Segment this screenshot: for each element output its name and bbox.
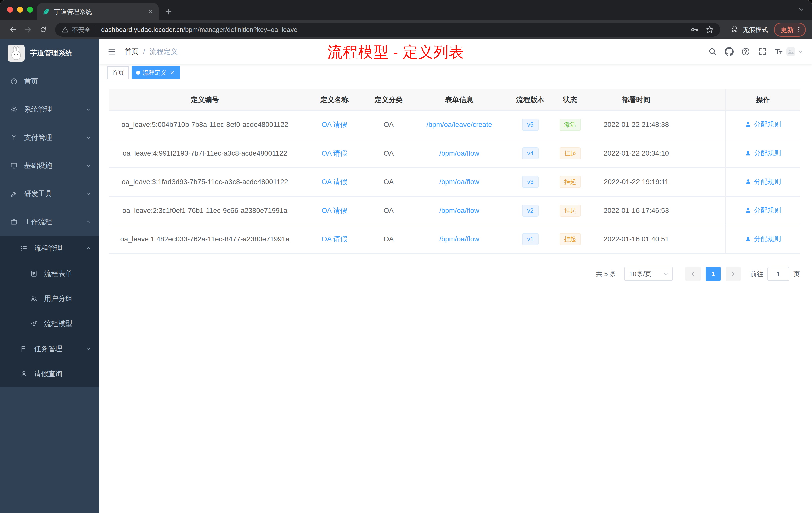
form-link[interactable]: /bpm/oa/flow [439,207,479,214]
window-minimize-button[interactable] [17,6,23,12]
key-icon[interactable] [690,25,699,34]
back-button[interactable] [6,23,20,37]
url-text: dashboard.yudao.iocoder.cn/bpm/manager/d… [101,26,297,34]
cell-definition-id: oa_leave:1:482ec033-762a-11ec-8477-a2380… [120,235,290,243]
form-link[interactable]: /bpm/oa/leave/create [426,121,492,128]
chevron-down-icon [85,191,91,197]
cell-definition-id: oa_leave:4:991f2193-7b7f-11ec-a3c8-acde4… [122,149,287,157]
sidebar-item[interactable]: 支付管理 [0,123,99,152]
next-page-button[interactable] [726,267,741,281]
browser-update-button[interactable]: 更新 [774,23,806,37]
user-avatar-dropdown[interactable] [786,47,804,56]
page-unit-label: 页 [793,270,800,278]
assign-rule-button[interactable]: 分配规则 [745,234,781,243]
reload-icon [39,26,47,33]
window-zoom-button[interactable] [27,6,33,12]
sidebar-item-label: 请假查询 [34,369,62,379]
definition-name-link[interactable]: OA 请假 [322,235,348,243]
tab-search-button[interactable] [798,5,805,15]
window-close-button[interactable] [7,6,13,12]
page-size-select[interactable]: 10条/页 [624,267,673,281]
pagination: 共 5 条 10条/页 1 前往 页 [110,267,800,281]
sidebar-item[interactable]: 基础设施 [0,152,99,180]
reload-button[interactable] [36,23,50,37]
current-page-button[interactable]: 1 [705,267,721,281]
form-link[interactable]: /bpm/oa/flow [439,149,479,157]
breadcrumb-separator: / [143,48,145,56]
chevron-left-icon [690,271,696,277]
page-jumper: 前往 页 [750,267,800,281]
pagination-total: 共 5 条 [596,270,616,278]
browser-tab[interactable]: 芋道管理系统 [37,3,159,20]
sidebar-item[interactable]: 任务管理 [0,336,99,361]
filler-cell [683,168,726,196]
search-icon[interactable] [708,47,717,56]
cell-deploy-time: 2022-01-16 01:40:51 [604,235,669,243]
filler-cell [683,225,726,253]
assign-rule-button[interactable]: 分配规则 [745,206,781,215]
chevron-down-icon [85,134,91,141]
cell-category: OA [384,207,394,214]
assign-rule-label: 分配规则 [754,206,781,215]
close-icon[interactable] [169,69,175,76]
version-badge: v1 [522,233,538,245]
tag[interactable]: 流程定义 [132,66,180,79]
app-sidebar: 芋道管理系统 首页系统管理支付管理基础设施研发工具工作流程流程管理流程表单用户分… [0,39,99,513]
content: 定义编号定义名称定义分类表单信息流程版本状态部署时间操作 oa_leave:5:… [99,81,812,513]
assign-rule-button[interactable]: 分配规则 [745,177,781,186]
sidebar-item[interactable]: 流程模型 [0,311,99,336]
gear-icon [10,105,18,113]
definition-name-link[interactable]: OA 请假 [322,149,348,157]
bookmark-star-icon[interactable] [705,25,714,34]
breadcrumb-item[interactable]: 首页 [124,47,139,57]
cell-deploy-time: 2022-01-16 17:46:53 [604,207,669,214]
sidebar-item[interactable]: 系统管理 [0,95,99,123]
hamburger-icon[interactable] [108,47,116,56]
definition-name-link[interactable]: OA 请假 [322,121,348,128]
question-icon[interactable] [741,47,750,56]
version-badge: v4 [522,147,538,159]
sidebar-menu: 首页系统管理支付管理基础设施研发工具工作流程流程管理流程表单用户分组流程模型任务… [0,67,99,387]
tag[interactable]: 首页 [108,66,128,79]
cell-definition-id: oa_leave:2:3c1f0ef1-76b1-11ec-9c66-a2380… [122,207,288,214]
sidebar-item[interactable]: 工作流程 [0,208,99,236]
list-icon [20,245,28,252]
form-link[interactable]: /bpm/oa/flow [439,178,479,186]
cell-category: OA [384,121,394,128]
kebab-menu-icon[interactable] [795,26,803,33]
form-link[interactable]: /bpm/oa/flow [439,235,479,243]
update-label: 更新 [781,25,794,34]
assign-rule-label: 分配规则 [754,234,781,243]
table-row: oa_leave:1:482ec033-762a-11ec-8477-a2380… [110,225,800,253]
security-label[interactable]: 不安全 [72,26,91,34]
assign-rule-button[interactable]: 分配规则 [745,120,781,129]
sidebar-item[interactable]: 流程管理 [0,236,99,261]
user-solid-icon [745,121,752,128]
sidebar-item[interactable]: 流程表单 [0,261,99,286]
assign-rule-button[interactable]: 分配规则 [745,149,781,158]
font-size-icon[interactable] [774,47,783,56]
version-badge: v3 [522,176,538,188]
tab-close-icon[interactable] [148,8,154,14]
tag-active-dot [136,70,140,74]
definition-name-link[interactable]: OA 请假 [322,207,348,214]
definition-name-link[interactable]: OA 请假 [322,178,348,186]
sidebar-item[interactable]: 首页 [0,67,99,95]
page-jump-input[interactable] [767,267,789,281]
fullscreen-icon[interactable] [758,47,767,56]
sidebar-item[interactable]: 用户分组 [0,286,99,311]
url-host: dashboard.yudao.iocoder.cn [101,26,183,33]
prev-page-button[interactable] [686,267,700,281]
tab-title: 芋道管理系统 [54,7,144,16]
forward-button[interactable] [21,23,35,37]
chevron-down-icon [85,346,91,352]
address-bar[interactable]: 不安全 dashboard.yudao.iocoder.cn/bpm/manag… [55,23,720,37]
flag-icon [20,345,28,353]
sidebar-item[interactable]: 研发工具 [0,180,99,208]
sidebar-logo[interactable]: 芋道管理系统 [0,39,99,67]
cell-definition-id: oa_leave:3:1fad3d93-7b75-11ec-a3c8-acde4… [121,178,288,186]
new-tab-button[interactable] [162,4,176,19]
github-icon[interactable] [725,47,734,56]
sidebar-item[interactable]: 请假查询 [0,361,99,387]
user-solid-icon [745,150,752,156]
